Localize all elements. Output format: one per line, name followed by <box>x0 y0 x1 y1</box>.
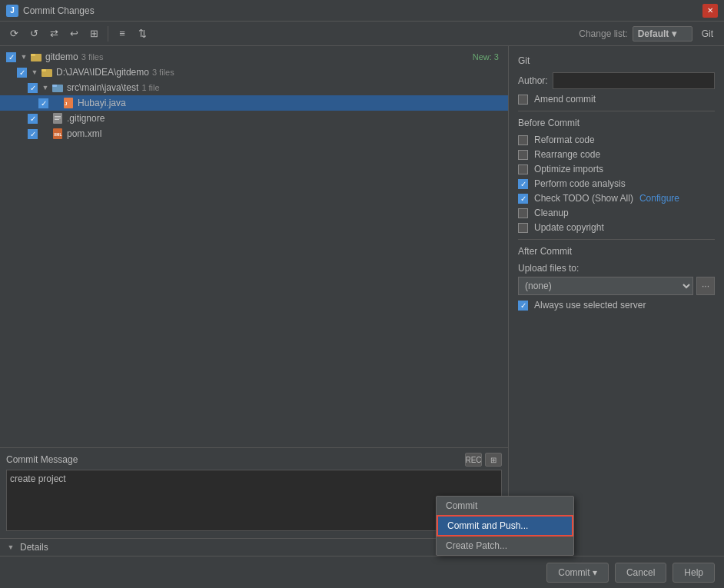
details-label: Details <box>20 542 48 553</box>
tree-count-javapath: 3 files <box>152 68 174 77</box>
checkbox-cleanup[interactable] <box>518 208 528 218</box>
commit-message-actions: REC ⊞ <box>465 453 502 467</box>
tree-item-javapath[interactable]: ✓ ▼ D:\JAVA\IDEA\gitdemo 3 files <box>0 65 508 80</box>
commit-textarea[interactable]: create project <box>6 470 502 531</box>
svg-rect-1 <box>31 54 35 56</box>
option-optimize: Optimize imports <box>518 164 715 174</box>
tree-label-gitdemo: gitdemo <box>45 51 78 62</box>
tree-item-pomxml[interactable]: ✓ ▶ XML pom.xml <box>0 126 508 141</box>
toolbar-btn-6[interactable]: ≡ <box>113 25 131 43</box>
java-file-icon: J <box>62 97 75 109</box>
label-perform: Perform code analysis <box>534 178 626 189</box>
checkbox-pomxml[interactable]: ✓ <box>28 129 38 139</box>
git-label: Git <box>702 28 713 39</box>
toolbar-btn-2[interactable]: ↺ <box>25 25 43 43</box>
amend-checkbox[interactable] <box>518 95 528 105</box>
dropdown-item-commit-push[interactable]: Commit and Push... <box>437 515 573 537</box>
author-row: Author: <box>518 72 715 89</box>
checkbox-gitignore[interactable]: ✓ <box>28 114 38 124</box>
before-commit-title: Before Commit <box>518 118 715 128</box>
tree-item-gitignore[interactable]: ✓ ▶ .gitignore <box>0 111 508 126</box>
checkbox-hubayi[interactable]: ✓ <box>38 98 48 108</box>
dropdown-item-create-patch[interactable]: Create Patch... <box>437 537 573 555</box>
svg-rect-11 <box>55 119 59 120</box>
tree-label-javapath: D:\JAVA\IDEA\gitdemo <box>56 67 149 78</box>
cancel-button[interactable]: Cancel <box>615 563 666 583</box>
changelist-area: Change list: Default ▾ <box>579 26 692 42</box>
tree-count-gitdemo: 3 files <box>81 52 104 61</box>
tree-label-gitignore: .gitignore <box>67 113 105 124</box>
arrow-gitdemo: ▼ <box>19 52 28 61</box>
commit-message-label: Commit Message <box>6 454 78 465</box>
svg-rect-10 <box>55 118 61 118</box>
label-checktodo: Check TODO (Show All) <box>534 193 633 204</box>
author-label: Author: <box>518 75 548 86</box>
arrow-srcpath: ▼ <box>41 83 50 92</box>
folder-icon-javapath <box>41 66 53 78</box>
tree-label-hubayi: Hubayi.java <box>78 98 126 108</box>
checkbox-rearrange[interactable] <box>518 150 528 160</box>
dropdown-item-commit[interactable]: Commit <box>437 497 573 515</box>
help-button[interactable]: Help <box>673 563 715 583</box>
rec-button[interactable]: REC <box>465 453 482 467</box>
tree-item-gitdemo[interactable]: ✓ ▼ gitdemo 3 files New: 3 <box>0 49 508 65</box>
arrow-javapath: ▼ <box>30 68 39 77</box>
close-button[interactable]: ✕ <box>702 4 718 18</box>
checkbox-checktodo[interactable]: ✓ <box>518 194 528 204</box>
option-perform: ✓ Perform code analysis <box>518 178 715 189</box>
text-file-icon <box>51 112 64 125</box>
checkbox-reformat[interactable] <box>518 135 528 145</box>
commit-message-area: Commit Message REC ⊞ create project <box>0 447 508 538</box>
toolbar-btn-1[interactable]: ⟳ <box>5 25 23 43</box>
author-input[interactable] <box>553 72 715 89</box>
window-title: Commit Changes <box>23 5 698 16</box>
toolbar: ⟳ ↺ ⇄ ↩ ⊞ ≡ ⇅ Change list: Default ▾ Git <box>0 22 724 46</box>
checkbox-perform[interactable]: ✓ <box>518 179 528 189</box>
checkbox-gitdemo[interactable]: ✓ <box>6 52 16 62</box>
details-header: ▼ Details ..... <box>6 542 502 553</box>
amend-label: Amend commit <box>534 94 596 105</box>
upload-select[interactable]: (none) <box>518 277 693 295</box>
tree-item-hubayi[interactable]: ✓ ▶ J Hubayi.java <box>0 95 508 111</box>
amend-row: Amend commit <box>518 94 715 105</box>
commit-message-header: Commit Message REC ⊞ <box>6 453 502 467</box>
file-tree: ✓ ▼ gitdemo 3 files New: 3 ✓ ▼ D: <box>0 46 508 447</box>
changelist-label: Change list: <box>579 28 627 39</box>
toolbar-separator-1 <box>108 26 108 42</box>
commit-button[interactable]: Commit ▾ <box>546 563 609 583</box>
details-arrow: ▼ <box>6 543 15 552</box>
toolbar-btn-7[interactable]: ⇅ <box>133 25 151 43</box>
folder-icon-gitdemo <box>30 51 42 63</box>
new-badge: New: 3 <box>473 52 499 61</box>
tree-label-srcpath: src\main\java\test <box>67 82 138 93</box>
changelist-dropdown[interactable]: Default ▾ <box>633 26 692 42</box>
checkbox-copyright[interactable] <box>518 223 528 233</box>
checkbox-srcpath[interactable]: ✓ <box>28 83 38 93</box>
checkbox-always-server[interactable]: ✓ <box>518 301 528 311</box>
checkbox-optimize[interactable] <box>518 164 528 174</box>
label-optimize: Optimize imports <box>534 164 603 174</box>
copy-button[interactable]: ⊞ <box>485 453 502 467</box>
label-copyright: Update copyright <box>534 222 604 233</box>
svg-rect-5 <box>52 85 57 87</box>
upload-more-button[interactable]: ··· <box>696 277 715 295</box>
divider-1 <box>518 111 715 111</box>
label-cleanup: Cleanup <box>534 208 569 218</box>
option-reformat: Reformat code <box>518 135 715 145</box>
title-bar: J Commit Changes ✕ <box>0 0 724 22</box>
toolbar-btn-3[interactable]: ⇄ <box>45 25 63 43</box>
label-reformat: Reformat code <box>534 135 595 145</box>
toolbar-btn-4[interactable]: ↩ <box>65 25 83 43</box>
checkbox-javapath[interactable]: ✓ <box>17 68 27 78</box>
option-rearrange: Rearrange code <box>518 149 715 160</box>
label-always-server: Always use selected server <box>534 300 646 311</box>
tree-count-srcpath: 1 file <box>141 83 159 92</box>
option-always-server: ✓ Always use selected server <box>518 300 715 311</box>
configure-link[interactable]: Configure <box>639 193 679 204</box>
option-checktodo: ✓ Check TODO (Show All) Configure <box>518 193 715 204</box>
details-section[interactable]: ▼ Details ..... <box>0 538 508 556</box>
xml-file-icon: XML <box>51 128 64 140</box>
upload-label: Upload files to: <box>518 263 715 274</box>
tree-item-srcpath[interactable]: ✓ ▼ src\main\java\test 1 file <box>0 80 508 95</box>
toolbar-btn-5[interactable]: ⊞ <box>85 25 103 43</box>
